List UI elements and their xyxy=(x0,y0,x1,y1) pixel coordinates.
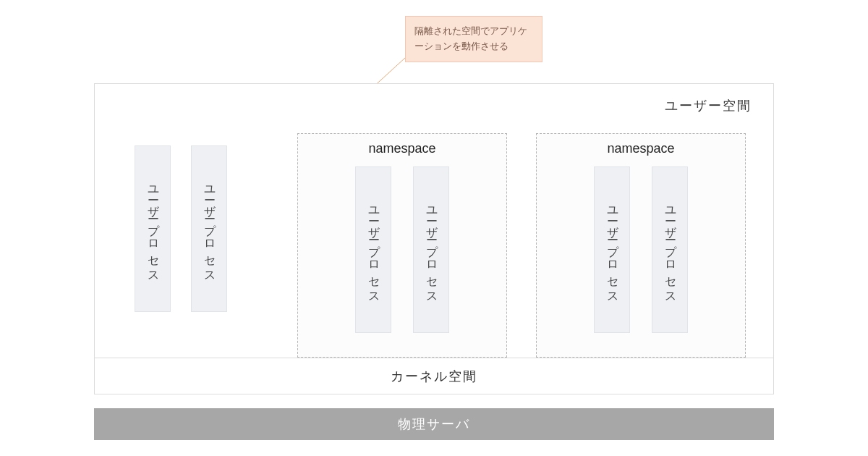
namespace-box: namespace ユーザープロセス ユーザープロセス xyxy=(536,133,746,358)
user-process-label: ユーザープロセス xyxy=(663,199,678,300)
user-process-label: ユーザープロセス xyxy=(145,178,161,279)
user-process: ユーザープロセス xyxy=(355,166,391,333)
user-process: ユーザープロセス xyxy=(191,145,227,312)
kernel-space-label: カーネル空間 xyxy=(391,368,477,385)
physical-server-label: 物理サーバ xyxy=(398,415,470,433)
user-process: ユーザープロセス xyxy=(135,145,171,312)
kernel-space-box: カーネル空間 xyxy=(94,358,774,394)
user-process: ユーザープロセス xyxy=(594,166,630,333)
user-space-box: ユーザー空間 ユーザープロセス ユーザープロセス namespace ユーザープ… xyxy=(94,83,774,358)
namespace-process-group: ユーザープロセス ユーザープロセス xyxy=(298,166,506,333)
plain-process-group: ユーザープロセス ユーザープロセス xyxy=(135,145,227,312)
namespace-process-group: ユーザープロセス ユーザープロセス xyxy=(537,166,745,333)
callout-text: 隔離された空間でアプリケーションを動作させる xyxy=(414,25,527,51)
callout-note: 隔離された空間でアプリケーションを動作させる xyxy=(405,16,542,62)
namespace-box: namespace ユーザープロセス ユーザープロセス xyxy=(297,133,507,358)
user-space-label: ユーザー空間 xyxy=(665,97,752,114)
namespace-title: namespace xyxy=(537,141,745,156)
user-process-label: ユーザープロセス xyxy=(424,199,439,300)
namespace-title: namespace xyxy=(298,141,506,156)
physical-server-box: 物理サーバ xyxy=(94,408,774,440)
user-process: ユーザープロセス xyxy=(413,166,449,333)
user-process-label: ユーザープロセス xyxy=(366,199,381,300)
user-process-label: ユーザープロセス xyxy=(202,178,217,279)
user-process: ユーザープロセス xyxy=(652,166,688,333)
user-process-label: ユーザープロセス xyxy=(605,199,620,300)
